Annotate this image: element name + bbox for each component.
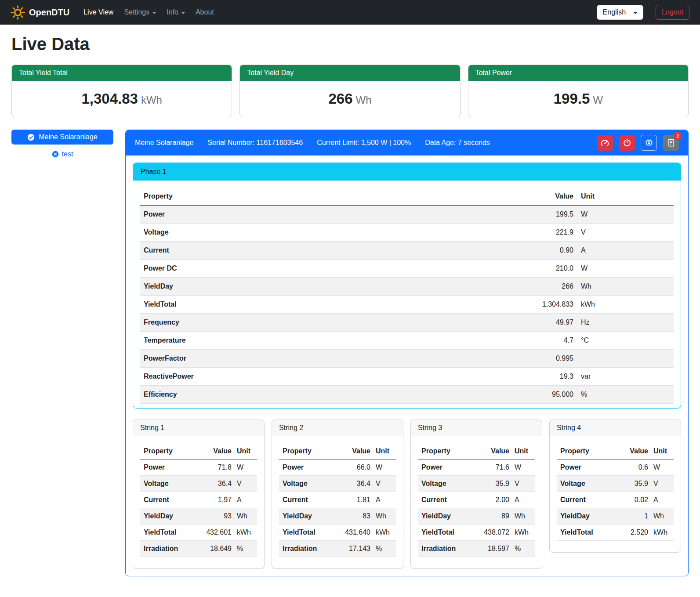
card-unit: W — [593, 94, 603, 106]
unit-cell: A — [573, 246, 670, 254]
speedometer-icon — [600, 138, 609, 148]
property-cell: Efficiency — [144, 391, 521, 398]
property-cell: Power — [421, 463, 474, 471]
property-cell: PowerFactor — [144, 355, 521, 362]
unit-cell: V — [370, 480, 392, 488]
property-cell: YieldTotal — [144, 300, 521, 308]
nav-about[interactable]: About — [190, 5, 219, 20]
event-log-button[interactable]: 2 — [663, 135, 679, 151]
main-row: Meine Solaranlage test Meine Solaranlage… — [11, 130, 689, 576]
property-header: Property — [421, 447, 474, 455]
property-header: Property — [144, 447, 196, 455]
table-row: YieldTotal438.072kWh — [418, 525, 535, 541]
table-row: YieldDay93Wh — [140, 508, 257, 525]
page-title: Live Data — [11, 34, 689, 54]
nav-settings[interactable]: Settings — [119, 5, 161, 20]
table-row: Power199.5W — [140, 206, 674, 224]
unit-header: Unit — [509, 447, 531, 455]
unit-cell: °C — [573, 336, 670, 344]
nav-settings-label: Settings — [124, 8, 149, 16]
table-row: YieldDay266Wh — [140, 278, 674, 296]
value-header: Value — [335, 447, 370, 455]
property-cell: Voltage — [283, 480, 335, 488]
unit-header: Unit — [648, 447, 670, 455]
string-card: String 4 Property Value Unit Power0.6WVo… — [549, 420, 681, 553]
card-title: Total Yield Total — [12, 65, 232, 81]
property-cell: Voltage — [144, 480, 196, 488]
table-row: Power0.6W — [557, 460, 674, 476]
table-row: Power71.8W — [140, 460, 257, 476]
sidebar-item-test[interactable]: test — [11, 150, 113, 158]
value-header: Value — [196, 447, 232, 455]
value-cell: 66.0 — [335, 463, 370, 471]
table-row: ReactivePower19.3var — [140, 368, 674, 386]
table-row: YieldTotal1,304.833kWh — [140, 296, 674, 314]
unit-cell: % — [573, 391, 670, 398]
property-cell: Power — [144, 210, 521, 218]
property-cell: Current — [421, 496, 474, 504]
value-cell: 0.6 — [613, 463, 648, 471]
logout-button[interactable]: Logout — [656, 5, 689, 20]
table-row: Irradiation18.649% — [140, 541, 257, 557]
property-cell: Voltage — [144, 228, 521, 236]
property-header: Property — [560, 447, 613, 455]
table-row: YieldDay83Wh — [279, 508, 396, 525]
property-cell: Irradiation — [144, 545, 196, 553]
table-header-row: Property Value Unit — [557, 443, 674, 460]
limit-settings-button[interactable] — [597, 135, 613, 151]
unit-cell: kWh — [232, 528, 254, 536]
unit-cell: % — [509, 545, 531, 553]
card-unit: kWh — [141, 94, 162, 106]
table-header-row: Property Value Unit — [140, 188, 674, 206]
table-row: Power DC210.0W — [140, 260, 674, 278]
value-cell: 18.597 — [474, 545, 509, 553]
value-cell: 18.649 — [196, 545, 232, 553]
brand[interactable]: OpenDTU — [11, 5, 69, 20]
unit-cell: V — [232, 480, 254, 488]
top-navbar: OpenDTU Live View Settings Info About En… — [0, 0, 700, 25]
inverter-sidebar: Meine Solaranlage test — [11, 130, 113, 158]
table-row: Current0.90A — [140, 242, 674, 260]
phase-card-body: Property Value Unit Power199.5WVoltage22… — [133, 181, 681, 408]
property-cell: YieldDay — [421, 512, 474, 520]
table-row: Voltage36.4V — [140, 476, 257, 492]
inverter-panel: Meine Solaranlage Serial Number: 1161716… — [125, 130, 689, 576]
journal-icon — [667, 138, 675, 147]
table-row: Frequency49.97Hz — [140, 314, 674, 332]
string-card-title: String 3 — [411, 420, 542, 436]
property-cell: Frequency — [144, 318, 521, 326]
nav-live-view[interactable]: Live View — [78, 5, 119, 20]
value-cell: 35.9 — [613, 480, 648, 488]
property-cell: Power DC — [144, 264, 521, 272]
value-cell: 2.00 — [474, 496, 509, 504]
unit-cell: W — [232, 463, 254, 471]
property-cell: YieldDay — [144, 512, 196, 520]
card-body: 199.5W — [468, 81, 688, 117]
value-cell: 0.02 — [613, 496, 648, 504]
nav-about-label: About — [196, 8, 214, 16]
power-toggle-button[interactable] — [619, 135, 635, 151]
table-row: Current1.97A — [140, 492, 257, 508]
nav-info[interactable]: Info — [161, 5, 190, 20]
value-cell: 266 — [521, 282, 573, 290]
value-header: Value — [613, 447, 648, 455]
table-row: Temperature4.7°C — [140, 332, 674, 350]
property-cell: Voltage — [560, 480, 613, 488]
table-row: Efficiency95.000% — [140, 386, 674, 404]
unit-cell: Hz — [573, 318, 670, 326]
language-value: English — [603, 8, 626, 16]
unit-cell: A — [648, 496, 670, 504]
value-cell: 432.601 — [196, 528, 232, 536]
language-select[interactable]: English — [597, 5, 643, 20]
property-cell: Irradiation — [283, 545, 335, 553]
string-table: Power0.6WVoltage35.9VCurrent0.02AYieldDa… — [557, 460, 674, 541]
inverter-select-button[interactable]: Meine Solaranlage — [11, 130, 113, 145]
value-cell: 35.9 — [474, 480, 509, 488]
property-cell: Current — [560, 496, 613, 504]
phase-card-title: Phase 1 — [133, 163, 681, 181]
sidebar-item-test-label: test — [62, 150, 73, 158]
unit-header: Unit — [573, 192, 670, 200]
device-info-button[interactable] — [641, 135, 657, 151]
sun-icon — [11, 5, 25, 20]
value-cell: 2.520 — [613, 528, 648, 536]
